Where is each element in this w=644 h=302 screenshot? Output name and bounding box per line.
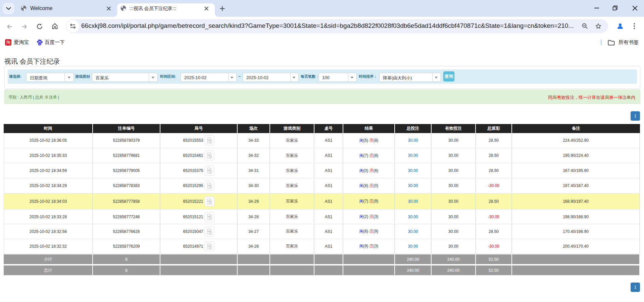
svg-text:du: du (39, 43, 41, 46)
